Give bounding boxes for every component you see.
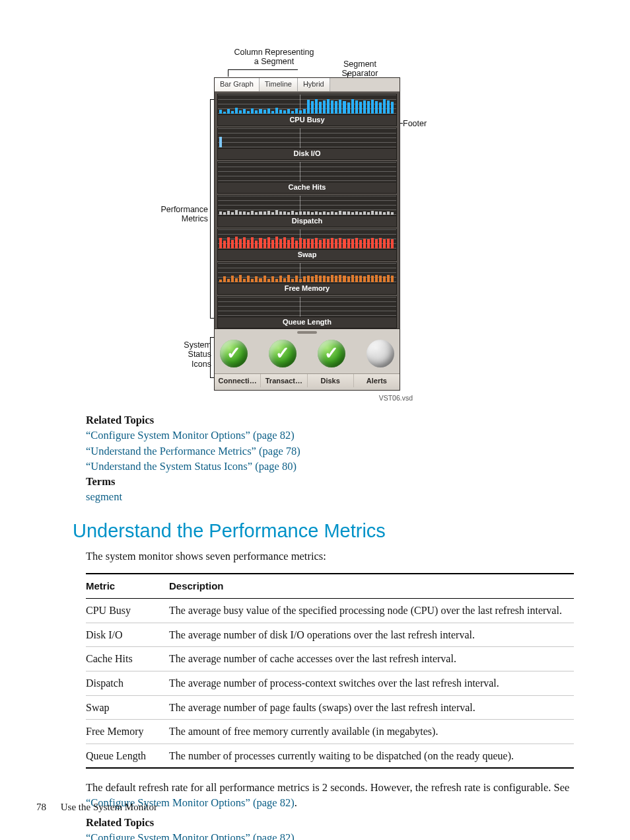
page-footer: 78 Use the System Monitor xyxy=(36,800,157,814)
metric-chart xyxy=(217,161,397,182)
related-topics-1: Related Topics “Configure System Monitor… xyxy=(86,413,574,505)
refresh-paragraph: The default refresh rate for all perform… xyxy=(86,781,574,810)
metric-chart xyxy=(217,262,397,284)
status-ok-icon[interactable]: ✓ xyxy=(220,340,248,367)
status-label[interactable]: Transact… xyxy=(261,374,307,387)
table-row: Cache HitsThe average number of cache ac… xyxy=(86,647,574,671)
cell-metric: Swap xyxy=(86,695,169,720)
figure: Column Representing a Segment Segment Se… xyxy=(92,40,462,406)
cell-description: The average number of disk I/O operation… xyxy=(169,623,574,647)
bracket-status xyxy=(210,337,215,378)
metrics-area: CPU BusyDisk I/OCache HitsDispatchSwapFr… xyxy=(215,92,400,328)
cell-description: The average number of process-context sw… xyxy=(169,671,574,696)
metric-block: Dispatch xyxy=(217,195,397,227)
cell-metric: Queue Length xyxy=(86,744,169,768)
status-label[interactable]: Alerts xyxy=(354,374,400,387)
th-description: Description xyxy=(169,574,574,599)
body: Related Topics “Configure System Monitor… xyxy=(86,413,574,840)
table-row: Free MemoryThe amount of free memory cur… xyxy=(86,720,574,744)
label-performance-metrics: Performance Metrics xyxy=(135,205,208,224)
link-configure-options[interactable]: “Configure System Monitor Options” (page… xyxy=(86,429,295,441)
cell-metric: Dispatch xyxy=(86,671,169,696)
metric-footer: Disk I/O xyxy=(217,149,397,160)
metric-chart xyxy=(217,128,397,149)
table-row: CPU BusyThe average busy value of the sp… xyxy=(86,599,574,623)
related-topics-heading: Related Topics xyxy=(86,413,574,428)
status-labels-row: Connecti…Transact…DisksAlerts xyxy=(215,373,400,387)
metric-chart xyxy=(217,94,397,115)
table-row: DispatchThe average number of process-co… xyxy=(86,671,574,696)
link-understand-status[interactable]: “Understand the System Status Icons” (pa… xyxy=(86,460,297,473)
metric-footer: Free Memory xyxy=(217,284,397,295)
section-intro: The system monitor shows seven performan… xyxy=(86,549,574,564)
cell-description: The amount of free memory currently avai… xyxy=(169,720,574,744)
metric-block: Free Memory xyxy=(217,262,397,295)
metric-block: CPU Busy xyxy=(217,94,397,126)
cell-description: The average number of page faults (swaps… xyxy=(169,695,574,720)
view-tabs: Bar Graph Timeline Hybrid xyxy=(215,78,400,92)
page-number: 78 xyxy=(36,802,46,812)
tab-timeline[interactable]: Timeline xyxy=(260,78,298,91)
refresh-text-post: . xyxy=(295,796,297,809)
page: Column Representing a Segment Segment Se… xyxy=(0,0,630,840)
checkmark-icon: ✓ xyxy=(275,342,290,365)
metrics-table: Metric Description CPU BusyThe average b… xyxy=(86,573,574,769)
status-icons-row: ✓✓✓ xyxy=(220,336,394,371)
metric-footer: Dispatch xyxy=(217,216,397,227)
label-system-status-icons: System Status Icons xyxy=(165,340,211,369)
bracket-perf xyxy=(210,99,215,319)
metric-block: Queue Length xyxy=(217,296,397,328)
related-topics-2: Related Topics “Configure System Monitor… xyxy=(86,816,574,840)
cell-metric: Cache Hits xyxy=(86,647,169,671)
checkmark-icon: ✓ xyxy=(227,342,241,365)
cell-metric: CPU Busy xyxy=(86,599,169,623)
drag-handle-icon[interactable] xyxy=(297,331,317,334)
cell-description: The average number of cache accesses ove… xyxy=(169,647,574,671)
status-ok-icon[interactable]: ✓ xyxy=(269,340,297,367)
metric-block: Disk I/O xyxy=(217,128,397,160)
cell-description: The number of processes currently waitin… xyxy=(169,744,574,768)
terms-heading: Terms xyxy=(86,475,574,489)
metric-chart xyxy=(217,229,397,250)
cell-description: The average busy value of the specified … xyxy=(169,599,574,623)
status-strip: ✓✓✓ Connecti…Transact…DisksAlerts xyxy=(215,328,400,390)
section-heading: Understand the Performance Metrics xyxy=(73,518,574,544)
status-ok-icon[interactable]: ✓ xyxy=(318,340,345,367)
metric-footer: Swap xyxy=(217,250,397,261)
metric-chart xyxy=(217,296,397,317)
chapter-title: Use the System Monitor xyxy=(61,802,157,812)
tab-bar-graph[interactable]: Bar Graph xyxy=(215,78,260,91)
table-row: Disk I/OThe average number of disk I/O o… xyxy=(86,623,574,647)
system-monitor-panel: Bar Graph Timeline Hybrid CPU BusyDisk I… xyxy=(215,78,400,390)
related-topics-heading-2: Related Topics xyxy=(86,816,574,830)
status-label[interactable]: Connecti… xyxy=(215,374,261,387)
metric-footer: Queue Length xyxy=(217,317,397,328)
refresh-text-pre: The default refresh rate for all perform… xyxy=(86,781,569,794)
label-column-segment: Column Representing a Segment xyxy=(215,48,333,67)
label-file-id: VST06.vsd xyxy=(215,394,413,402)
label-segment-separator: Segment Separator xyxy=(327,59,393,79)
cell-metric: Disk I/O xyxy=(86,623,169,647)
metric-footer: CPU Busy xyxy=(217,115,397,126)
table-row: SwapThe average number of page faults (s… xyxy=(86,695,574,720)
bracket-column-segment xyxy=(228,69,298,77)
status-label[interactable]: Disks xyxy=(308,374,354,387)
label-footer: Footer xyxy=(403,119,442,128)
metric-chart xyxy=(217,195,397,216)
link-understand-perf[interactable]: “Understand the Performance Metrics” (pa… xyxy=(86,445,300,457)
metric-footer: Cache Hits xyxy=(217,182,397,194)
metric-block: Cache Hits xyxy=(217,161,397,194)
checkmark-icon: ✓ xyxy=(324,342,339,365)
metric-block: Swap xyxy=(217,229,397,261)
th-metric: Metric xyxy=(86,574,169,599)
status-idle-icon[interactable] xyxy=(367,340,394,367)
cell-metric: Free Memory xyxy=(86,720,169,744)
tab-hybrid[interactable]: Hybrid xyxy=(298,78,330,91)
link-configure-options-3[interactable]: “Configure System Monitor Options” (page… xyxy=(86,831,295,840)
table-row: Queue LengthThe number of processes curr… xyxy=(86,744,574,768)
link-term-segment[interactable]: segment xyxy=(86,490,122,503)
